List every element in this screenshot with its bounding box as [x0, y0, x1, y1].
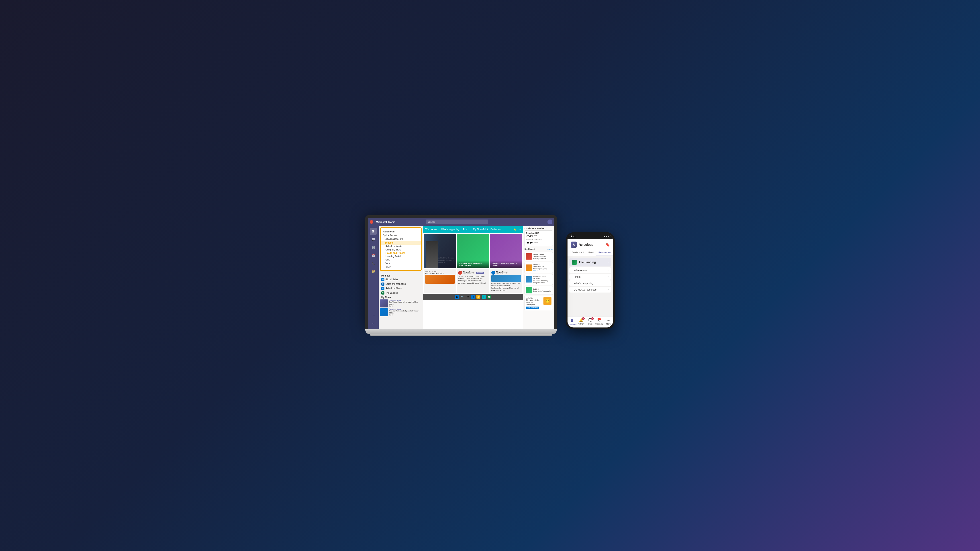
phone-app-header: R Relecloud 🔖 — [568, 239, 613, 249]
rail-icon-files[interactable]: 📁 — [370, 268, 377, 275]
phone-nav-calendar[interactable]: 📅 Calendar — [595, 318, 604, 326]
close-button[interactable] — [370, 220, 373, 224]
phone-statusbar: 9:41 ▲ ◆ ● — [568, 234, 613, 239]
tab-resources[interactable]: Resources — [596, 249, 613, 256]
sidebar-subitem-learning-portal[interactable]: Learning Portal — [381, 255, 421, 258]
sidebar-subitem-give[interactable]: Give — [381, 258, 421, 261]
news-thumb-1 — [380, 299, 388, 308]
chevron-down-icon: ▾ — [438, 229, 439, 230]
phone-screen: 9:41 ▲ ◆ ● R Relecloud 🔖 Dashboard Feed … — [568, 234, 613, 327]
sharepoint-topnav: Who we are ▾ What's happening ▾ Find it … — [423, 226, 523, 233]
the-landing-chevron: ▾ — [608, 261, 608, 264]
feed-card-hybrid-img — [492, 275, 521, 282]
holidays-see-all[interactable]: See all — [533, 270, 552, 272]
taskbar-sheets-icon[interactable]: 📊 — [487, 295, 491, 299]
sidebar-item-policy[interactable]: Policy — [381, 265, 421, 269]
sidebar-subitem-health-fitness[interactable]: Health and Fitness — [381, 251, 421, 255]
sidebar-subitem-company-store[interactable]: Company Store — [381, 248, 421, 251]
site-sales-marketing[interactable]: S Sales and Marketing — [380, 282, 422, 286]
tab-feed[interactable]: Feed — [586, 249, 596, 256]
topnav-bookmark-icon[interactable]: ⭐ — [513, 228, 516, 231]
rail-icon-home[interactable]: ⊞ — [370, 228, 377, 235]
taskbar-teams-icon[interactable]: T — [482, 295, 486, 299]
news-source-1: Relecloud News — [389, 299, 422, 301]
rail-icon-help[interactable]: ? — [370, 320, 377, 327]
sidebar-item-benefits[interactable]: Benefits — [381, 241, 421, 245]
topnav-settings-icon[interactable]: ⚙ — [519, 228, 521, 231]
activity-nav-label: Activity — [578, 323, 584, 325]
site-relecloud-news[interactable]: N Relecloud News — [380, 286, 422, 291]
dashboard-card-holidays[interactable]: Holidays November 25 Thanksgiving Day Se… — [525, 262, 553, 273]
taskbar-taskview-icon[interactable]: ⧉ — [466, 295, 470, 299]
phone-status-icons: ▲ ◆ ● — [604, 235, 609, 238]
topnav-whats-happening[interactable]: What's happening ▾ — [441, 228, 460, 231]
rail-icon-teams[interactable]: 🏢 — [370, 244, 377, 251]
news-small-card-1[interactable]: Relecloud News Our Three Steps to Improv… — [380, 299, 422, 308]
phone-nav-activity[interactable]: 🔔 1 Activity — [577, 318, 586, 326]
site-the-landing[interactable]: H The Landing — [380, 291, 422, 295]
health-check-icon — [526, 253, 532, 260]
see-all-link[interactable]: See All — [547, 248, 553, 251]
dashboard-card-cafe[interactable]: Café 40 Order today's specials — [525, 286, 553, 295]
taskbar-search-icon[interactable]: 🔍 — [460, 295, 465, 299]
activity-badge: 1 — [582, 317, 585, 320]
topnav-who-we-are[interactable]: Who we are ▾ — [425, 228, 439, 231]
phone-nav-relecloud[interactable]: Relecloud — [568, 318, 577, 326]
phone-nav-chat[interactable]: 💬 2 Chat — [586, 318, 595, 326]
rail-icon-calendar[interactable]: 📅 — [370, 252, 377, 259]
chat-nav-icon: 💬 2 — [588, 318, 592, 322]
search-bar[interactable]: Search — [426, 219, 488, 224]
phone-bottom-nav: Relecloud 🔔 1 Activity 💬 2 Chat — [568, 317, 613, 327]
cafe-icon — [526, 287, 532, 294]
news-title-2: President's Keynote Speech: October 2021… — [389, 310, 422, 314]
feed-card-hybrid: Megan Bowen Wed at 3:11 PM Hybrid work -… — [490, 269, 522, 293]
user-avatar[interactable] — [547, 219, 552, 224]
news-small-card-2[interactable]: Relecloud News President's Keynote Speec… — [380, 308, 422, 317]
dashboard-card-health-check[interactable]: Health Check Complete before entering fa… — [525, 252, 553, 261]
topnav-my-sharepoint[interactable]: My SharePoint — [473, 228, 488, 231]
tab-dashboard[interactable]: Dashboard — [570, 249, 586, 256]
phone-nav-more[interactable]: ⋯ More — [604, 318, 613, 326]
news-card-sustainable[interactable]: Building a more sustainable world togeth… — [457, 234, 489, 268]
taskbar-windows-icon[interactable]: ⊞ — [455, 295, 459, 299]
health-check-badge: Health Check — [533, 253, 552, 256]
site-global-sales[interactable]: G Global Sales — [380, 277, 422, 282]
feed-time-2: Wed at 3:11 PM — [496, 273, 508, 275]
rail-icon-chat[interactable]: 💬 — [370, 236, 377, 243]
topnav-dashboard[interactable]: Dashboard — [490, 228, 501, 231]
phone-nav-covid[interactable]: COVID-19 resources › — [569, 287, 611, 292]
teams-body: ⊞ 💬 🏢 📅 📞 📁 ⋯ ? — [368, 226, 554, 329]
tasks-icon — [526, 276, 532, 283]
topnav-find-it[interactable]: Find it ▾ — [463, 228, 470, 231]
chevron-down-icon-2: ▾ — [460, 229, 460, 230]
bookmark-icon[interactable]: 🔖 — [605, 243, 610, 247]
health-check-content: Complete before entering facilities — [533, 256, 552, 260]
news-hero-card[interactable]: Meet the team behind the design: How par… — [424, 234, 456, 268]
phone-nav-who-we-are[interactable]: Who we are › — [569, 267, 611, 273]
dashboard-card-tasks[interactable]: Assigned Tasks No tasks You don't have a… — [525, 274, 553, 285]
taskbar-edge-icon[interactable]: e — [471, 295, 475, 299]
dashboard-card-insights[interactable]: Insights Give your mind a break with Hea… — [525, 295, 553, 310]
phone-nav-whats-happening[interactable]: What's happening › — [569, 280, 611, 286]
more-nav-label: More — [606, 323, 611, 325]
feed-card-1: Wed at 8:01 PM Relecloud's new Chef — [424, 269, 456, 293]
rail-icon-apps[interactable]: ⋯ — [370, 312, 377, 319]
feed-card-boosted-header: Megan Bowen Wed at 5:46 PM Boosted — [458, 271, 488, 275]
start-meditating-button[interactable]: Start meditating — [526, 306, 539, 309]
site-label-the-landing: The Landing — [385, 292, 398, 294]
windows-taskbar: ⊞ 🔍 ⧉ e 📁 T 📊 — [423, 294, 523, 300]
sidebar-item-events[interactable]: Events — [381, 261, 421, 265]
find-it-label: Find it — [574, 275, 581, 278]
news-card-wellbeing[interactable]: Wellbeing: carve out breaks in Outlook — [490, 234, 522, 268]
phone-section-the-landing[interactable]: H The Landing ▾ — [569, 258, 611, 267]
my-sites-heading: My Sites — [380, 274, 422, 277]
weather-section: Local time & weather Relecloud HQ 2:49 P… — [525, 227, 553, 246]
sidebar-item-org-info[interactable]: Organizational Info — [381, 237, 421, 241]
news-text-1: Relecloud News Our Three Steps to Improv… — [389, 299, 422, 308]
feed-avatar-megan-1 — [458, 271, 462, 275]
rail-icon-calls[interactable]: 📞 — [370, 260, 377, 267]
benefits-label: Benefits — [385, 241, 393, 244]
phone-nav-find-it[interactable]: Find it › — [569, 274, 611, 279]
taskbar-files-icon[interactable]: 📁 — [476, 295, 480, 299]
sidebar-subitem-relecloud-works[interactable]: Relecloud Works — [381, 245, 421, 248]
